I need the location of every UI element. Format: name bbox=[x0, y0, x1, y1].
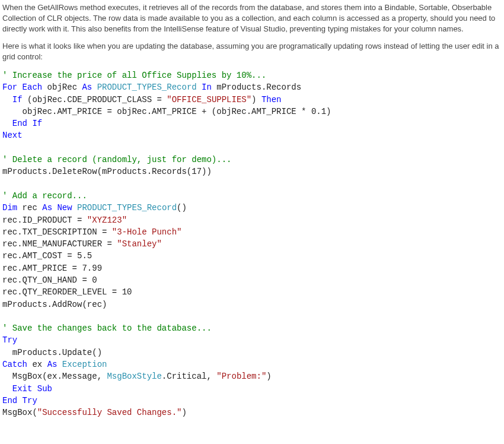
code-text: rec.NME_MANUFACTURER = bbox=[2, 239, 117, 249]
code-text: objRec bbox=[42, 83, 82, 92]
code-keyword: If bbox=[12, 95, 23, 104]
code-text: MsgBox(ex.Message, bbox=[2, 372, 107, 381]
code-text: objRec.AMT_PRICE = objRec.AMT_PRICE + (o… bbox=[2, 107, 331, 116]
code-keyword: End If bbox=[12, 119, 42, 128]
code-text: mProducts.DeleteRow(mProducts.Records(17… bbox=[2, 167, 212, 176]
code-keyword: End Try bbox=[2, 396, 37, 405]
code-text: rec.AMT_COST = 5.5 bbox=[2, 251, 92, 261]
code-text bbox=[2, 119, 12, 128]
code-keyword: Then bbox=[261, 95, 282, 104]
code-comment: ' Increase the price of all Office Suppl… bbox=[2, 71, 266, 80]
code-keyword: Catch bbox=[2, 360, 27, 369]
code-keyword: Exit Sub bbox=[12, 384, 52, 394]
code-string: "XYZ123" bbox=[87, 215, 127, 225]
code-text bbox=[2, 95, 12, 104]
code-text bbox=[57, 360, 62, 369]
code-text: ) bbox=[251, 95, 261, 104]
code-text: ex bbox=[27, 360, 47, 369]
code-text: mProducts.Records bbox=[212, 83, 301, 92]
code-text: rec bbox=[17, 203, 42, 213]
code-comment: ' Delete a record (randomly, just for de… bbox=[2, 155, 231, 164]
paragraph-1: When the GetAllRows method executes, it … bbox=[2, 2, 502, 35]
code-text: ) bbox=[181, 408, 186, 417]
code-text: .Critical, bbox=[162, 372, 216, 381]
code-keyword: Dim bbox=[2, 203, 17, 213]
paragraph-2: Here is what it looks like when you are … bbox=[2, 41, 502, 62]
code-text: rec.TXT_DESCRIPTION = bbox=[2, 227, 112, 237]
code-keyword: For Each bbox=[2, 83, 42, 92]
code-text bbox=[197, 83, 202, 92]
code-text: mProducts.AddRow(rec) bbox=[2, 300, 107, 309]
code-string: "Problem:" bbox=[216, 372, 266, 381]
code-keyword: As bbox=[47, 360, 58, 369]
code-text: ) bbox=[266, 372, 271, 381]
code-block: ' Increase the price of all Office Suppl… bbox=[2, 69, 502, 419]
code-text: MsgBox( bbox=[2, 408, 37, 417]
code-string: "3-Hole Punch" bbox=[112, 227, 182, 237]
code-text: () bbox=[177, 203, 187, 213]
code-text: mProducts.Update() bbox=[2, 348, 102, 357]
code-string: "OFFICE_SUPPLIES" bbox=[167, 95, 251, 104]
code-type: PRODUCT_TYPES_Record bbox=[97, 83, 197, 92]
code-text: rec.QTY_ON_HAND = 0 bbox=[2, 275, 97, 285]
code-comment: ' Add a record... bbox=[2, 191, 87, 201]
code-string: "Successfully Saved Changes." bbox=[37, 408, 182, 417]
code-type: PRODUCT_TYPES_Record bbox=[77, 203, 177, 213]
code-text bbox=[72, 203, 77, 213]
code-text: rec.AMT_PRICE = 7.99 bbox=[2, 264, 102, 273]
code-text bbox=[92, 83, 97, 92]
code-keyword: Next bbox=[2, 131, 23, 140]
code-string: "Stanley" bbox=[117, 239, 162, 249]
code-type: MsgBoxStyle bbox=[107, 372, 161, 381]
code-keyword: As New bbox=[42, 203, 72, 213]
code-text: rec.QTY_REORDER_LEVEL = 10 bbox=[2, 287, 132, 297]
code-text: rec.ID_PRODUCT = bbox=[2, 215, 87, 225]
code-comment: ' Save the changes back to the database.… bbox=[2, 324, 212, 333]
code-text: (objRec.CDE_PRODUCT_CLASS = bbox=[23, 95, 167, 104]
code-keyword: In bbox=[202, 83, 212, 92]
code-keyword: As bbox=[82, 83, 92, 92]
code-keyword: Try bbox=[2, 335, 17, 345]
code-type: Exception bbox=[62, 360, 107, 369]
code-text bbox=[2, 384, 12, 394]
